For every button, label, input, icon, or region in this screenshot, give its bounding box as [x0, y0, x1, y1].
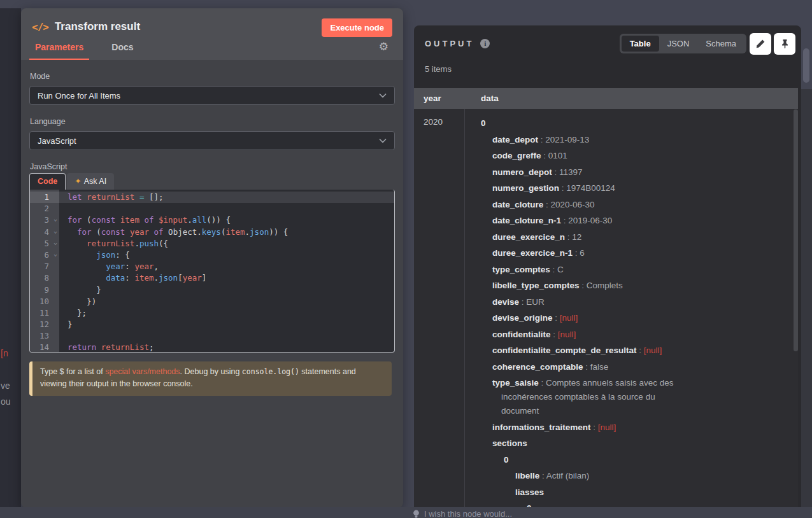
json-value: 2019-06-30	[568, 216, 612, 225]
sparkles-icon: ✦	[75, 177, 81, 186]
code-line	[59, 330, 394, 342]
background-text-fragment: ou	[1, 396, 11, 407]
special-vars-link[interactable]: special vars/methods	[105, 367, 180, 376]
execute-node-button[interactable]: Execute node	[322, 18, 392, 37]
tab-docs[interactable]: Docs	[106, 42, 139, 60]
pin-output-button[interactable]	[774, 33, 795, 55]
json-value: 0101	[548, 151, 567, 160]
code-line: })	[59, 296, 394, 307]
line-number[interactable]: 7	[30, 261, 59, 272]
json-null-value: [null]	[598, 423, 616, 432]
year-cell: 2020	[414, 109, 465, 507]
code-node-icon: </>	[32, 21, 48, 33]
edit-output-button[interactable]	[750, 33, 771, 55]
json-tree-entry: 0	[481, 116, 678, 130]
fold-chevron-icon[interactable]: ⌄	[53, 248, 57, 260]
json-value: false	[590, 362, 609, 372]
hint-text: Type $ for a list of	[40, 367, 105, 376]
line-number[interactable]: 9	[30, 284, 59, 296]
tab-parameters[interactable]: Parameters	[29, 42, 89, 60]
node-settings-panel: </> Transform result Execute node Parame…	[21, 8, 403, 508]
vertical-scrollbar-thumb[interactable]	[803, 48, 809, 83]
json-tree-entry: date_cloture_n-1 : 2019-06-30	[481, 214, 690, 228]
gear-icon[interactable]: ⚙	[379, 41, 388, 52]
json-tree-entry: type_saisie : Comptes annuels saisis ave…	[481, 376, 690, 418]
json-separator: :	[519, 297, 526, 307]
line-number[interactable]: 14	[30, 342, 59, 353]
json-key: duree_exercice_n-1	[492, 248, 573, 258]
json-key: confidentialite	[492, 330, 551, 339]
editor-gutter: 123⌄4⌄5⌄6⌄7891011121314	[30, 190, 59, 352]
json-value: 6	[580, 248, 585, 258]
json-separator: :	[552, 167, 559, 177]
json-key: numero_depot	[492, 167, 552, 177]
json-separator: :	[637, 346, 644, 355]
fold-chevron-icon[interactable]: ⌄	[53, 225, 57, 237]
node-header: </> Transform result Execute node Parame…	[21, 8, 403, 60]
json-tree-entry: numero_gestion : 1974B00124	[481, 181, 690, 195]
line-number[interactable]: 10	[30, 296, 59, 307]
javascript-field-label: JavaScript	[30, 162, 395, 172]
json-separator: :	[538, 135, 545, 144]
view-tab-json[interactable]: JSON	[659, 36, 698, 52]
tab-code[interactable]: Code	[29, 173, 66, 190]
json-value: 12	[572, 232, 581, 242]
json-tree-entry: code_greffe : 0101	[481, 149, 690, 163]
code-line: returnList.push({	[59, 238, 394, 249]
code-line: }	[59, 319, 394, 330]
json-tree-entry: duree_exercice_n : 12	[481, 230, 690, 244]
json-separator: :	[553, 313, 560, 323]
code-line: json: {	[59, 249, 394, 261]
json-key: code_greffe	[492, 151, 541, 160]
pin-icon	[780, 39, 790, 49]
language-select[interactable]: JavaScript	[29, 131, 395, 150]
line-number[interactable]: 8	[30, 272, 59, 284]
tab-ask-ai[interactable]: ✦Ask AI	[67, 173, 114, 190]
json-tree-entry: date_depot : 2021-09-13	[481, 133, 690, 147]
mode-select[interactable]: Run Once for All Items	[29, 86, 395, 105]
info-icon[interactable]: i	[480, 39, 490, 48]
json-separator: :	[561, 216, 568, 225]
fold-chevron-icon[interactable]: ⌄	[53, 213, 57, 225]
line-number[interactable]: 12	[30, 319, 59, 330]
json-separator: :	[591, 423, 598, 432]
background-text-fragment: ve	[1, 381, 10, 391]
line-number[interactable]: 6⌄	[30, 249, 59, 261]
node-feedback-prompt[interactable]: I wish this node would...	[413, 509, 512, 518]
output-view-switch: Table JSON Schema	[620, 34, 746, 53]
json-key: date_depot	[492, 135, 538, 144]
json-value: Actif (bilan)	[546, 471, 590, 480]
json-separator: :	[539, 471, 546, 480]
json-key: type_comptes	[492, 265, 550, 274]
json-separator: :	[543, 200, 550, 209]
json-key: devise	[492, 297, 519, 307]
fold-chevron-icon[interactable]: ⌄	[53, 237, 57, 248]
background-input-panel: [n ve ou	[0, 8, 21, 508]
table-scrollbar[interactable]	[794, 109, 798, 351]
json-key: confidentialite_compte_de_resultat	[492, 346, 637, 355]
view-tab-schema[interactable]: Schema	[697, 36, 744, 52]
json-tree-entry: confidentialite_compte_de_resultat : [nu…	[481, 344, 690, 358]
json-value: EUR	[526, 297, 545, 307]
json-tree-entry: coherence_comptable : false	[481, 360, 690, 374]
editor-code-area[interactable]: let returnList = [];for (const item of $…	[59, 190, 394, 352]
json-key: 0	[504, 455, 509, 465]
json-tree-entry: type_comptes : C	[481, 263, 690, 277]
code-line: for (const item of $input.all()) {	[59, 214, 394, 226]
json-separator: :	[539, 378, 546, 388]
line-number[interactable]: 13	[30, 330, 59, 342]
code-editor[interactable]: 123⌄4⌄5⌄6⌄7891011121314 let returnList =…	[29, 190, 395, 353]
json-key: coherence_comptable	[492, 362, 583, 372]
json-key: type_saisie	[492, 378, 539, 388]
hint-text: . Debug by using	[180, 367, 242, 376]
view-tab-table[interactable]: Table	[622, 36, 659, 52]
code-line: year: year,	[59, 261, 394, 272]
chevron-down-icon	[379, 93, 387, 98]
line-number[interactable]: 1	[30, 192, 59, 203]
json-tree-entry: devise_origine : [null]	[481, 311, 690, 325]
line-number[interactable]: 11	[30, 307, 59, 319]
json-tree-entry: 0	[481, 501, 724, 507]
hint-code: console.log()	[242, 367, 299, 376]
output-title: OUTPUT i	[425, 39, 490, 48]
json-tree-entry: date_cloture : 2020-06-30	[481, 198, 690, 212]
